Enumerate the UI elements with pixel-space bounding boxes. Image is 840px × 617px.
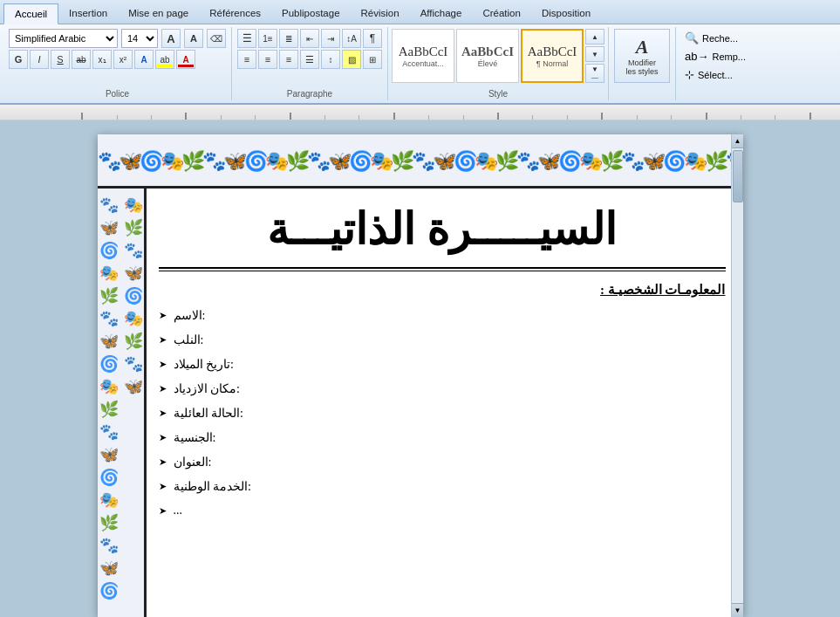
police-group: Simplified Arabic 14 A A ⌫ G I S ab x₁ x… bbox=[3, 27, 232, 100]
font-name-select[interactable]: Simplified Arabic bbox=[9, 29, 118, 48]
field-label-5: الحالة العائلية bbox=[174, 406, 241, 421]
arrow-8: ➤ bbox=[159, 481, 167, 492]
font-size-select[interactable]: 14 bbox=[121, 29, 158, 48]
arrow-7: ➤ bbox=[159, 456, 167, 468]
tab-creation[interactable]: Création bbox=[472, 3, 530, 24]
increase-indent-button[interactable]: ⇥ bbox=[321, 29, 340, 48]
search-icon: 🔍 bbox=[685, 31, 699, 45]
scrollbar-vertical[interactable]: ▲ ▼ bbox=[731, 134, 743, 617]
scroll-thumb[interactable] bbox=[733, 150, 743, 202]
decrease-indent-button[interactable]: ⇤ bbox=[300, 29, 319, 48]
main-area: 🐾🦋🌀🎭🌿🐾🦋🌀🎭🌿🐾🦋🌀🎭🌿🐾🦋🌀🎭🌿🐾🦋🌀🎭🌿🐾🦋🌀🎭🌿🐾🦋🌀 🐾🦋🌀🎭🌿🐾… bbox=[0, 120, 840, 617]
tab-disposition[interactable]: Disposition bbox=[531, 3, 601, 24]
field-label-6: الجنسية bbox=[174, 430, 213, 445]
recherche-item[interactable]: 🔍 Reche... bbox=[681, 29, 749, 47]
align-left-button[interactable]: ≡ bbox=[237, 50, 256, 69]
selectionner-item[interactable]: ⊹ Sélect... bbox=[681, 65, 749, 84]
police-label: Police bbox=[3, 89, 231, 99]
subscript-button[interactable]: x₁ bbox=[92, 50, 112, 69]
align-right-button[interactable]: ≡ bbox=[279, 50, 298, 69]
arrow-6: ➤ bbox=[159, 432, 167, 443]
style-eleve-label: Élevé bbox=[478, 59, 498, 68]
remplacer-item[interactable]: ab→ Remp... bbox=[681, 47, 749, 65]
style-accentuat-label: Accentuat... bbox=[402, 59, 444, 68]
paragraphe-label: Paragraphe bbox=[232, 89, 387, 99]
field-colon-6: : bbox=[213, 431, 216, 445]
borders-button[interactable]: ⊞ bbox=[363, 50, 382, 69]
strikethrough-button[interactable]: ab bbox=[72, 50, 91, 69]
shading-button[interactable]: ▨ bbox=[342, 50, 361, 69]
underline-button[interactable]: S bbox=[51, 50, 70, 69]
superscript-button[interactable]: x² bbox=[113, 50, 133, 69]
field-label-1: الاسم bbox=[174, 308, 202, 323]
select-icon: ⊹ bbox=[685, 68, 694, 81]
style-up-button[interactable]: ▲ bbox=[585, 29, 604, 45]
tab-revision[interactable]: Révision bbox=[351, 3, 410, 24]
arrow-3: ➤ bbox=[159, 359, 167, 370]
field-label-2: النلب bbox=[174, 332, 201, 347]
field-label-9: ... bbox=[174, 504, 183, 518]
clear-format-button[interactable]: ⌫ bbox=[207, 29, 226, 48]
justify-button[interactable]: ☰ bbox=[300, 50, 319, 69]
tab-publipostage[interactable]: Publipostage bbox=[271, 3, 351, 24]
paragraphe-group: ☰ 1≡ ≣ ⇤ ⇥ ↕A ¶ ≡ ≡ ≡ ☰ ↕ ▨ ⊞ Paragraphe bbox=[232, 27, 388, 100]
tab-accueil[interactable]: Accueil bbox=[3, 3, 58, 24]
field-marital-status: : الحالة العائلية ➤ bbox=[159, 406, 726, 421]
style-label: Style bbox=[388, 89, 608, 99]
show-formatting-button[interactable]: ¶ bbox=[363, 29, 382, 48]
modifier-group: A Modifier les styles bbox=[609, 27, 676, 100]
modify-icon: A bbox=[636, 36, 649, 58]
field-label-4: مكان الازدياد bbox=[174, 381, 237, 396]
document-page: 🐾🦋🌀🎭🌿🐾🦋🌀🎭🌿🐾🦋🌀🎭🌿🐾🦋🌀🎭🌿🐾🦋🌀🎭🌿🐾🦋🌀🎭🌿🐾🦋🌀 🐾🦋🌀🎭🌿🐾… bbox=[98, 134, 743, 617]
font-color-button[interactable]: A bbox=[176, 50, 195, 69]
field-colon-2: : bbox=[201, 333, 204, 347]
style-normal-label: ¶ Normal bbox=[536, 59, 568, 68]
style-down-button[interactable]: ▼ bbox=[585, 46, 604, 62]
replace-icon: ab→ bbox=[685, 50, 708, 63]
ruler bbox=[0, 105, 840, 120]
left-border: 🐾🦋🌀🎭🌿🐾🦋🌀🎭🌿🐾🦋🌀🎭🌿🐾🦋🌀🎭🌿🐾🦋🌀🎭🌿🐾🦋 bbox=[98, 189, 147, 617]
field-label-8: الخدمة الوطنية bbox=[174, 479, 249, 494]
tab-insertion[interactable]: Insertion bbox=[58, 3, 118, 24]
tab-references[interactable]: Références bbox=[199, 3, 271, 24]
field-extra: ... ➤ bbox=[159, 504, 726, 518]
recherche-label: Reche... bbox=[702, 33, 738, 44]
left-border-pattern: 🐾🦋🌀🎭🌿🐾🦋🌀🎭🌿🐾🦋🌀🎭🌿🐾🦋🌀🎭🌿🐾🦋🌀🎭🌿🐾🦋 bbox=[98, 195, 146, 617]
tab-mise-en-page[interactable]: Mise en page bbox=[118, 3, 199, 24]
scroll-up-button[interactable]: ▲ bbox=[732, 134, 743, 148]
align-center-button[interactable]: ≡ bbox=[258, 50, 277, 69]
field-label-7: العنوان bbox=[174, 455, 208, 470]
bold-button[interactable]: G bbox=[9, 50, 28, 69]
multilevel-button[interactable]: ≣ bbox=[279, 29, 298, 48]
style-eleve[interactable]: AaBbCcI Élevé bbox=[456, 29, 519, 83]
style-group: AaBbCcI Accentuat... AaBbCcI Élevé AaBbC… bbox=[388, 27, 609, 100]
arrow-1: ➤ bbox=[159, 310, 167, 321]
field-address: : العنوان ➤ bbox=[159, 455, 726, 470]
modify-label: Modifier les styles bbox=[625, 58, 658, 76]
text-effects-button[interactable]: A bbox=[134, 50, 154, 69]
tab-affichage[interactable]: Affichage bbox=[410, 3, 473, 24]
field-birthdate: : تاريخ الميلاد ➤ bbox=[159, 357, 726, 372]
highlight-color-button[interactable]: ab bbox=[155, 50, 174, 69]
italic-button[interactable]: I bbox=[30, 50, 49, 69]
arrow-5: ➤ bbox=[159, 408, 167, 419]
line-spacing-button[interactable]: ↕ bbox=[321, 50, 340, 69]
style-normal[interactable]: AaBbCcI ¶ Normal bbox=[521, 29, 584, 83]
sort-button[interactable]: ↕A bbox=[342, 29, 361, 48]
document-title: السيـــــرة الذاتيـــة bbox=[159, 189, 726, 265]
field-nlb: : النلب ➤ bbox=[159, 332, 726, 347]
font-shrink-button[interactable]: A bbox=[184, 29, 203, 48]
modify-styles-button[interactable]: A Modifier les styles bbox=[614, 29, 670, 83]
style-accentuat[interactable]: AaBbCcI Accentuat... bbox=[392, 29, 454, 83]
bullets-button[interactable]: ☰ bbox=[237, 29, 256, 48]
arrow-2: ➤ bbox=[159, 334, 167, 346]
selectionner-label: Sélect... bbox=[698, 70, 733, 80]
style-normal-text: AaBbCcI bbox=[528, 45, 577, 59]
numbering-button[interactable]: 1≡ bbox=[258, 29, 277, 48]
scroll-down-button[interactable]: ▼ bbox=[732, 603, 743, 617]
style-more-button[interactable]: ▼— bbox=[585, 64, 604, 83]
font-grow-button[interactable]: A bbox=[161, 29, 181, 48]
field-colon-4: : bbox=[236, 382, 240, 396]
style-eleve-text: AaBbCcI bbox=[461, 45, 514, 59]
document-content: السيـــــرة الذاتيـــة المعلومـات الشخصي… bbox=[150, 189, 743, 536]
